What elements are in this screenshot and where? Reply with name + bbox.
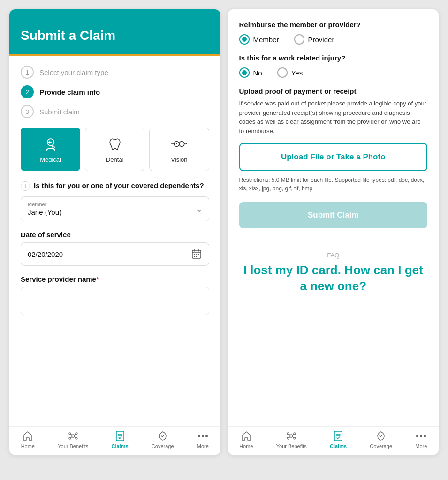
svg-point-32 [294, 437, 296, 439]
work-injury-no-label: No [253, 69, 262, 77]
nav-benefits-label-right: Your Benefits [276, 443, 307, 449]
svg-point-19 [76, 437, 77, 439]
step-list: 1 Select your claim type 2 Provide claim… [21, 66, 209, 118]
claims-icon: $ [114, 430, 126, 442]
nav-more[interactable]: More [197, 430, 209, 449]
nav-benefits[interactable]: Your Benefits [58, 430, 88, 449]
nav-more-label: More [197, 443, 209, 449]
provider-input[interactable] [21, 287, 209, 315]
work-injury-no-radio[interactable] [239, 68, 250, 78]
svg-point-17 [76, 433, 77, 435]
nav-home[interactable]: Home [21, 430, 35, 449]
nav-home-label: Home [21, 443, 35, 449]
home-icon-right [241, 430, 252, 442]
svg-rect-12 [198, 254, 199, 255]
nav-more-label-right: More [415, 443, 427, 449]
faq-label: FAQ [239, 252, 428, 259]
faq-section: FAQ I lost my ID card. How can I get a n… [239, 242, 428, 304]
upload-restrictions: Restrictions: 5.0 MB limit for each file… [239, 176, 428, 193]
dependent-question-text: Is this for you or one of your covered d… [34, 180, 204, 190]
reimburse-label: Reimburse the member or provider? [239, 21, 428, 29]
step-3: 3 Submit claim [21, 105, 209, 118]
left-panel: Submit a Claim 1 Select your claim type … [9, 9, 220, 455]
reimburse-member-label: Member [253, 36, 279, 44]
dependent-question-row: i Is this for you or one of your covered… [21, 180, 209, 191]
step-1-label: Select your claim type [39, 68, 108, 76]
step-3-label: Submit claim [39, 108, 80, 116]
svg-point-16 [69, 433, 71, 435]
reimburse-options: Member Provider [239, 34, 428, 45]
step-1: 1 Select your claim type [21, 66, 209, 79]
reimburse-provider-label: Provider [308, 36, 334, 44]
left-content: 1 Select your claim type 2 Provide claim… [9, 56, 220, 426]
claim-card-medical[interactable]: Medical [21, 128, 80, 171]
member-select-value: Jane (You) [28, 208, 202, 216]
claim-card-vision[interactable]: Vision [149, 128, 209, 171]
dental-label: Dental [106, 156, 124, 163]
nav-home-right[interactable]: Home [239, 430, 253, 449]
faq-question[interactable]: I lost my ID card. How can I get a new o… [239, 262, 428, 294]
work-injury-no[interactable]: No [239, 68, 262, 78]
more-dots-icon [198, 430, 208, 442]
nav-coverage-right[interactable]: Coverage [370, 430, 392, 449]
page-title: Submit a Claim [21, 28, 209, 43]
svg-point-31 [287, 437, 289, 439]
nav-benefits-right[interactable]: Your Benefits [276, 430, 307, 449]
svg-rect-13 [194, 256, 195, 257]
svg-point-4 [179, 142, 184, 147]
claim-type-grid: Medical Dental Vision [21, 128, 209, 171]
date-label: Date of service [21, 231, 209, 239]
nav-claims[interactable]: $ Claims [112, 430, 129, 449]
step-2: 2 Provide claim info [21, 85, 209, 98]
claim-card-dental[interactable]: Dental [85, 128, 144, 171]
provider-label: Service provider name* [21, 275, 209, 283]
step-2-circle: 2 [21, 85, 34, 98]
date-input[interactable]: 02/20/2020 [21, 242, 209, 266]
reimburse-member-radio[interactable] [239, 34, 250, 45]
radio-inner-dot-no [242, 70, 247, 75]
step-3-circle: 3 [21, 105, 34, 118]
reimburse-provider-radio[interactable] [294, 34, 304, 45]
medical-label: Medical [40, 156, 61, 163]
right-content: Reimburse the member or provider? Member… [228, 9, 439, 426]
nav-coverage-label-right: Coverage [370, 443, 392, 449]
reimburse-provider[interactable]: Provider [294, 34, 334, 45]
claims-icon-right [333, 430, 344, 442]
calendar-icon [191, 248, 202, 260]
nav-home-label-right: Home [239, 443, 253, 449]
more-dots-icon-right [416, 430, 426, 442]
upload-description: If service was paid out of pocket please… [239, 99, 428, 135]
svg-point-29 [287, 433, 289, 435]
svg-point-18 [69, 437, 71, 439]
nav-claims-right[interactable]: Claims [330, 430, 347, 449]
step-2-label: Provide claim info [39, 88, 100, 96]
left-header: Submit a Claim [9, 9, 220, 54]
benefits-icon [68, 430, 79, 442]
member-select[interactable]: Member Jane (You) ⌄ [21, 196, 209, 221]
radio-inner-dot [242, 37, 247, 42]
coverage-icon-right [375, 430, 387, 442]
upload-button[interactable]: Upload File or Take a Photo [239, 143, 428, 171]
vision-label: Vision [171, 156, 187, 163]
work-injury-yes[interactable]: Yes [277, 68, 303, 78]
step-1-circle: 1 [21, 66, 34, 79]
nav-claims-label-right: Claims [330, 443, 347, 449]
reimburse-member[interactable]: Member [239, 34, 279, 45]
nav-more-right[interactable]: More [415, 430, 427, 449]
coverage-icon [157, 430, 168, 442]
nav-claims-label: Claims [112, 443, 129, 449]
benefits-icon-right [286, 430, 297, 442]
svg-point-30 [294, 433, 296, 435]
home-icon [22, 430, 33, 442]
right-panel: Reimburse the member or provider? Member… [228, 9, 439, 455]
work-injury-yes-radio[interactable] [277, 68, 288, 78]
work-injury-options: No Yes [239, 68, 428, 78]
submit-claim-button[interactable]: Submit Claim [239, 202, 428, 228]
nav-coverage-label: Coverage [152, 443, 174, 449]
work-injury-label: Is this for a work related injury? [239, 54, 428, 62]
date-value: 02/20/2020 [28, 250, 63, 258]
nav-coverage[interactable]: Coverage [152, 430, 174, 449]
member-select-label: Member [28, 202, 202, 207]
info-icon: i [21, 181, 30, 191]
svg-rect-14 [196, 256, 197, 257]
